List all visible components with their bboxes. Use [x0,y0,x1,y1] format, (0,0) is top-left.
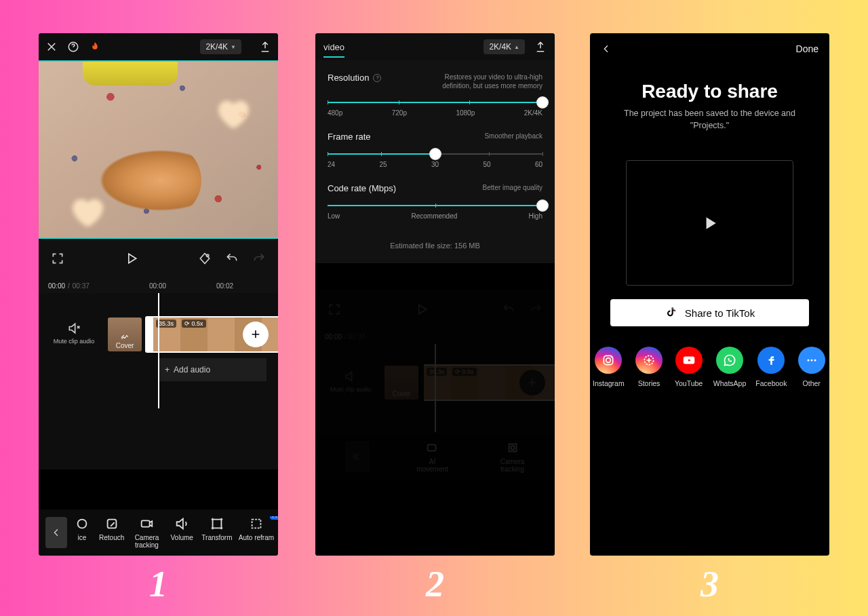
svg-point-15 [810,360,812,362]
share-facebook[interactable]: Facebook [755,347,787,387]
tool-list: ice Retouch Camera tracking Volume Trans… [70,516,278,549]
coderate-slider[interactable] [328,201,542,210]
tiktok-icon [665,306,678,320]
svg-rect-3 [107,520,116,528]
share-tiktok-button[interactable]: Share to TikTok [610,299,809,326]
framerate-ticks: 24 25 30 50 60 [328,161,542,168]
coderate-ticks: Low Recommended High [328,212,542,220]
settings-body: Resolution ? Restores your video to ultr… [315,60,555,263]
tool-auto-reframe[interactable]: Fr Auto refram [235,516,278,549]
timestamp: 00:00 [149,282,166,290]
playhead[interactable] [158,293,159,408]
tool-volume[interactable]: Volume [164,516,199,549]
framerate-label: Frame rate [328,132,371,142]
keyframe-icon[interactable] [198,252,212,265]
player-controls [39,239,278,278]
share-title: Ready to share [590,81,829,102]
tool-camera-tracking[interactable]: Camera tracking [130,516,165,549]
tool-transform[interactable]: Transform [199,516,235,549]
quality-button[interactable]: 2K/4K ▲ [484,39,525,54]
framerate-slider[interactable] [328,150,542,158]
share-stories[interactable]: Stories [634,347,665,387]
fullscreen-icon[interactable] [51,252,64,265]
share-whatsapp[interactable]: WhatsApp [713,347,746,387]
export-icon[interactable] [534,41,547,53]
more-icon [798,347,825,374]
svg-point-2 [78,520,87,528]
quality-button[interactable]: 2K/4K ▼ [200,39,241,54]
youtube-icon [675,347,703,374]
phone-editor: 2K/4K ▼ 0 [39,33,278,556]
play-icon[interactable] [125,252,138,265]
clip-speed: ⟳ 0.5x [182,320,206,328]
resolution-label: Resolution ? [328,73,381,83]
backdrop-editor: 00:00 / 00:37 Mute clip audio Cover 35.3… [315,290,555,556]
back-icon[interactable] [601,43,612,54]
instagram-icon [595,347,622,374]
tool-ice[interactable]: ice [70,516,94,549]
time-current: 00:00 [48,282,65,290]
share-subtitle: The project has been saved to the device… [608,108,812,132]
close-icon[interactable] [45,41,58,53]
phone-share: Done Ready to share The project has been… [590,33,829,556]
heart-effect-icon [66,191,106,231]
free-badge: Fr [270,516,278,520]
undo-icon[interactable] [225,252,239,265]
video-preview[interactable] [39,60,278,239]
stories-icon [635,347,663,374]
add-audio-button[interactable]: + Add audio [158,358,267,381]
share-topbar: Done [590,33,829,64]
resolution-desc: Restores your video to ultra-high defini… [420,73,542,90]
step-number: 2 [315,563,555,605]
quality-label: 2K/4K [205,42,228,52]
coderate-desc: Better image quality [483,183,542,192]
estimated-size: Estimated file size: 156 MB [328,235,542,259]
share-youtube[interactable]: YouTube [673,347,704,387]
mute-clip-audio[interactable]: Mute clip audio [43,322,105,345]
cover-button[interactable]: Cover [108,317,142,351]
caret-down-icon: ▼ [231,44,236,50]
svg-point-16 [814,360,816,362]
step-number: 1 [39,563,278,605]
add-clip-button[interactable]: + [243,322,269,347]
editor-topbar: 2K/4K ▼ [39,33,278,60]
resolution-slider[interactable] [328,98,542,107]
phone-export-settings: video 2K/4K ▲ Resolution ? Restores your… [315,33,555,556]
timeline[interactable]: Mute clip audio Cover 35.3s ⟳ 0.5x + + A… [39,293,278,469]
export-icon[interactable] [259,41,271,53]
svg-point-10 [606,358,611,363]
svg-point-1 [207,254,209,256]
share-targets: Instagram Stories YouTube WhatsApp Faceb… [590,347,829,387]
svg-rect-5 [252,520,260,528]
resolution-ticks: 480p 720p 1080p 2K/4K [328,109,542,117]
heart-effect-icon [212,92,252,133]
plus-icon: + [165,365,170,374]
time-indicator: 00:00 / 00:37 00:00 00:02 [39,278,278,293]
tool-retouch[interactable]: Retouch [94,516,130,549]
help-icon[interactable]: ? [373,74,381,82]
coderate-label: Code rate (Mbps) [328,183,396,193]
timestamp: 00:02 [216,282,233,290]
svg-rect-4 [142,520,150,526]
svg-point-14 [807,360,809,362]
editor-toolbar: ice Retouch Camera tracking Volume Trans… [39,509,278,556]
svg-point-11 [611,357,612,358]
framerate-desc: Smoother playback [484,132,542,140]
help-icon[interactable] [67,41,79,53]
exported-video-preview[interactable] [626,160,793,286]
settings-topbar: video 2K/4K ▲ [315,33,555,60]
clip-handle[interactable] [145,316,153,353]
facebook-icon [757,347,785,374]
flame-icon[interactable] [89,41,101,53]
caret-up-icon: ▲ [514,44,519,50]
tab-video[interactable]: video [323,42,344,58]
share-other[interactable]: Other [796,347,827,387]
step-number: 3 [590,563,829,605]
toolbar-back-button[interactable] [45,517,67,548]
share-instagram[interactable]: Instagram [593,347,625,387]
play-icon [701,214,719,232]
redo-icon[interactable] [252,252,266,265]
done-button[interactable]: Done [796,43,818,54]
time-total: 00:37 [73,282,90,290]
whatsapp-icon [716,347,743,374]
